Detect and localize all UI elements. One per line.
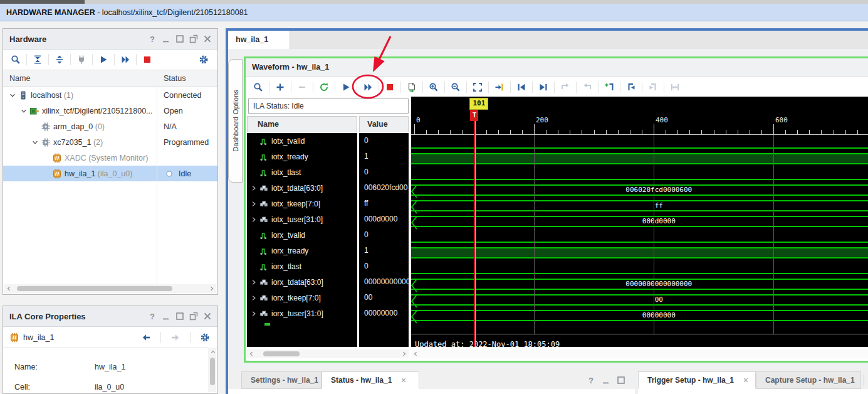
expand-chevron-icon[interactable] (249, 183, 258, 193)
float-button[interactable] (189, 34, 199, 44)
ila-properties-vertical-scrollbar[interactable] (208, 348, 216, 392)
search-button[interactable] (8, 52, 23, 67)
expand-chevron-icon[interactable] (249, 277, 258, 287)
hardware-tree-row[interactable]: localhost (1)Connected (3, 87, 217, 103)
run-all-triggers-button[interactable] (360, 80, 375, 95)
hardware-tree-row[interactable]: xc7z035_1 (2)Programmed (3, 134, 217, 150)
back-button[interactable] (139, 330, 154, 345)
expand-chevron-icon[interactable] (249, 199, 258, 209)
close-icon[interactable] (400, 377, 407, 383)
cursor-position-label[interactable]: 101 (469, 98, 488, 110)
scroll-thumb[interactable] (210, 358, 215, 385)
scroll-left-icon[interactable] (4, 284, 13, 293)
close-icon[interactable] (743, 377, 749, 383)
wave-bus (411, 200, 868, 211)
previous-marker-button[interactable] (624, 80, 639, 95)
zoom-out-button[interactable] (448, 80, 463, 95)
tab-settings-hw-ila-1[interactable]: Settings - hw_ila_1 (241, 371, 322, 389)
next-transition-button[interactable] (536, 80, 551, 95)
run-trigger-button[interactable] (338, 80, 353, 95)
gear-icon (199, 55, 209, 65)
zoom-fit-button[interactable] (470, 80, 485, 95)
zoom-fit-icon (473, 82, 483, 92)
property-label: Name: (14, 363, 38, 371)
chevron-down-icon[interactable] (19, 106, 28, 116)
scroll-left-icon[interactable] (411, 349, 420, 358)
help-button[interactable]: ? (586, 375, 596, 385)
signal-list-horizontal-scrollbar[interactable] (247, 349, 409, 358)
export-data-button[interactable] (404, 80, 419, 95)
hardware-tree-row[interactable]: arm_dap_0 (0)N/A (3, 119, 217, 134)
hardware-tree: localhost (1)Connectedxilinx_tcf/Digilen… (3, 87, 217, 181)
previous-transition-button[interactable] (514, 80, 529, 95)
signal-name-row[interactable]: iorx_tready (247, 243, 357, 258)
waveform-canvas[interactable]: Updated at: 2022-Nov-01 18:05:09 006020f… (411, 97, 868, 347)
settings-button[interactable] (196, 52, 211, 67)
minimize-button[interactable] (161, 311, 171, 321)
signal-name-row[interactable]: iorx_tvalid (247, 227, 357, 243)
scroll-track[interactable] (13, 284, 207, 293)
scroll-left-icon[interactable] (247, 349, 256, 358)
signal-name-row[interactable]: iorx_tdata[63:0] (247, 274, 357, 290)
toolbar-separator (466, 82, 467, 93)
tab-capture-setup-hw-ila-1[interactable]: Capture Setup - hw_ila_1 (756, 371, 861, 389)
signal-name-row[interactable]: iorx_tlast (247, 258, 357, 274)
float-button[interactable] (189, 311, 199, 321)
stop-trigger-button[interactable] (140, 52, 155, 67)
signal-name-row[interactable]: iotx_tlast (247, 164, 357, 180)
run-all-triggers-button[interactable] (118, 52, 133, 67)
expand-chevron-icon[interactable] (249, 215, 258, 225)
waveform-horizontal-scrollbar[interactable] (411, 349, 868, 358)
expand-all-button[interactable] (52, 52, 67, 67)
hardware-horizontal-scrollbar[interactable] (4, 284, 216, 293)
signal-name-row[interactable]: iotx_tdata[63:0] (247, 180, 357, 196)
ruler-minor-tick (426, 130, 427, 134)
expand-chevron-icon[interactable] (249, 309, 258, 319)
expand-chevron-icon[interactable] (249, 293, 258, 303)
close-button[interactable] (202, 311, 212, 321)
search-button[interactable] (251, 80, 266, 95)
settings-button[interactable] (197, 330, 212, 345)
dashboard-options-tab[interactable]: Dashboard Options (228, 59, 243, 183)
signal-name-row[interactable]: iorx_tkeep[7:0] (247, 290, 357, 306)
maximize-button[interactable] (175, 311, 185, 321)
restart-trigger-button[interactable] (316, 80, 332, 95)
zoom-in-button[interactable] (426, 80, 441, 95)
signal-name-row[interactable]: iotx_tready (247, 149, 357, 164)
scroll-track[interactable] (420, 349, 868, 358)
chevron-down-icon[interactable] (8, 90, 17, 100)
minimize-button[interactable] (601, 375, 611, 385)
scroll-track[interactable] (256, 349, 400, 358)
add-marker-button[interactable] (602, 80, 617, 95)
help-button[interactable]: ? (147, 34, 157, 44)
scroll-thumb[interactable] (17, 286, 172, 291)
hardware-tree-row[interactable]: XADC (System Monitor) (3, 150, 217, 166)
maximize-button[interactable] (616, 375, 626, 385)
help-button[interactable]: ? (147, 311, 157, 321)
run-trigger-button[interactable] (96, 52, 111, 67)
tab-status-hw-ila-1[interactable]: Status - hw_ila_1 (322, 371, 419, 389)
trigger-marker[interactable]: T (470, 109, 478, 121)
tab-trigger-setup-hw-ila-1[interactable]: Trigger Setup - hw_ila_1 (638, 371, 756, 389)
scroll-right-icon[interactable] (207, 284, 216, 293)
scroll-thumb[interactable] (263, 351, 300, 356)
close-button[interactable] (202, 34, 212, 44)
maximize-button[interactable] (175, 34, 185, 44)
signal-name-row[interactable]: iotx_tvalid (247, 133, 357, 149)
ruler-minor-tick (857, 130, 858, 134)
hardware-tree-row[interactable]: xilinx_tcf/Digilent/2105121800...Open (3, 103, 217, 119)
add-button[interactable] (273, 80, 288, 95)
scroll-up-icon[interactable] (209, 348, 217, 356)
chevron-down-icon[interactable] (31, 137, 39, 147)
go-to-trigger-button[interactable] (492, 80, 507, 95)
minimize-button[interactable] (161, 34, 171, 44)
hardware-tree-row[interactable]: hw_ila_1 (ila_0_u0)Idle (3, 166, 217, 181)
signal-name-row[interactable]: iorx_tuser[31:0] (247, 306, 357, 321)
stop-trigger-button[interactable] (382, 80, 397, 95)
signal-name-row[interactable]: iotx_tkeep[7:0] (247, 196, 357, 211)
signal-name-row[interactable]: iotx_tuser[31:0] (247, 211, 357, 227)
scroll-right-icon[interactable] (400, 349, 409, 358)
tab-hw-ila-1[interactable]: hw_ila_1 (228, 31, 290, 49)
collapse-all-button[interactable] (30, 52, 45, 67)
ila-properties-title: ILA Core Properties (9, 312, 86, 321)
